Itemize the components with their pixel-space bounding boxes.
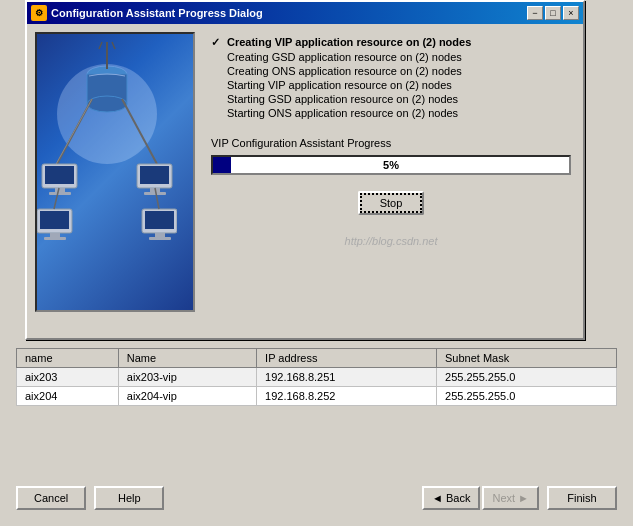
svg-rect-10 (49, 192, 71, 195)
back-button[interactable]: ◄ Back (422, 486, 480, 510)
checkmark-3 (211, 79, 223, 91)
titlebar-controls: − □ × (527, 6, 579, 20)
svg-rect-18 (44, 237, 66, 240)
svg-line-27 (112, 42, 115, 49)
checkmark-0: ✓ (211, 36, 223, 49)
status-item-0: ✓ Creating VIP application resource on (… (211, 36, 571, 49)
row0-vip: aix203-vip (118, 368, 256, 387)
progress-label: VIP Configuration Assistant Progress (211, 137, 571, 149)
col-header-ip: IP address (257, 349, 437, 368)
dialog-title: Configuration Assistant Progress Dialog (51, 7, 263, 19)
table-header-row: name Name IP address Subnet Mask (17, 349, 617, 368)
progress-dialog: ⚙ Configuration Assistant Progress Dialo… (25, 0, 585, 340)
checkmark-2 (211, 65, 223, 77)
bottom-table-area: name Name IP address Subnet Mask aix203 … (0, 340, 633, 414)
row0-ip: 192.168.8.251 (257, 368, 437, 387)
svg-rect-9 (55, 188, 65, 192)
progress-bar-container: 5% (211, 155, 571, 175)
progress-bar-fill (213, 157, 231, 173)
checkmark-1 (211, 51, 223, 63)
stop-button[interactable]: Stop (358, 191, 425, 215)
row1-vip: aix204-vip (118, 387, 256, 406)
svg-line-26 (99, 42, 102, 49)
right-panel: ✓ Creating VIP application resource on (… (203, 32, 575, 330)
row1-mask: 255.255.255.0 (437, 387, 617, 406)
svg-rect-20 (145, 211, 174, 229)
vip-table: name Name IP address Subnet Mask aix203 … (16, 348, 617, 406)
table-row: aix203 aix203-vip 192.168.8.251 255.255.… (17, 368, 617, 387)
status-text-1: Creating GSD application resource on (2)… (227, 51, 462, 63)
row1-ip: 192.168.8.252 (257, 387, 437, 406)
col-header-vip-name: Name (118, 349, 256, 368)
svg-rect-22 (149, 237, 171, 240)
bottom-nav-bar: Cancel Help ◄ Back Next ► Finish (0, 478, 633, 518)
checkmark-4 (211, 93, 223, 105)
stop-button-container: Stop (211, 191, 571, 215)
network-svg (37, 34, 177, 274)
dialog-titlebar: ⚙ Configuration Assistant Progress Dialo… (27, 2, 583, 24)
status-item-2: Creating ONS application resource on (2)… (211, 65, 571, 77)
svg-rect-16 (40, 211, 69, 229)
titlebar-left: ⚙ Configuration Assistant Progress Dialo… (31, 5, 263, 21)
status-item-1: Creating GSD application resource on (2)… (211, 51, 571, 63)
maximize-button[interactable]: □ (545, 6, 561, 20)
col-header-mask: Subnet Mask (437, 349, 617, 368)
svg-rect-21 (155, 233, 165, 237)
status-item-3: Starting VIP application resource on (2)… (211, 79, 571, 91)
status-item-4: Starting GSD application resource on (2)… (211, 93, 571, 105)
help-button[interactable]: Help (94, 486, 164, 510)
minimize-button[interactable]: − (527, 6, 543, 20)
finish-button[interactable]: Finish (547, 486, 617, 510)
watermark-text: http://blog.csdn.net (211, 235, 571, 247)
dialog-icon: ⚙ (31, 5, 47, 21)
svg-rect-14 (144, 192, 166, 195)
svg-rect-8 (45, 166, 74, 184)
status-text-2: Creating ONS application resource on (2)… (227, 65, 462, 77)
status-text-0: Creating VIP application resource on (2)… (227, 36, 471, 48)
svg-point-3 (87, 96, 127, 112)
col-header-name: name (17, 349, 119, 368)
status-item-5: Starting ONS application resource on (2)… (211, 107, 571, 119)
network-illustration (35, 32, 195, 312)
table-row: aix204 aix204-vip 192.168.8.252 255.255.… (17, 387, 617, 406)
row0-mask: 255.255.255.0 (437, 368, 617, 387)
next-button[interactable]: Next ► (482, 486, 539, 510)
checkmark-5 (211, 107, 223, 119)
status-text-3: Starting VIP application resource on (2)… (227, 79, 452, 91)
progress-bar-text: 5% (383, 159, 399, 171)
row1-name: aix204 (17, 387, 119, 406)
back-next-group: ◄ Back Next ► (422, 486, 539, 510)
status-items-list: ✓ Creating VIP application resource on (… (211, 36, 571, 121)
dialog-body: ✓ Creating VIP application resource on (… (27, 24, 583, 338)
close-button[interactable]: × (563, 6, 579, 20)
status-text-5: Starting ONS application resource on (2)… (227, 107, 458, 119)
svg-rect-17 (50, 233, 60, 237)
row0-name: aix203 (17, 368, 119, 387)
svg-rect-12 (140, 166, 169, 184)
status-text-4: Starting GSD application resource on (2)… (227, 93, 458, 105)
cancel-button[interactable]: Cancel (16, 486, 86, 510)
